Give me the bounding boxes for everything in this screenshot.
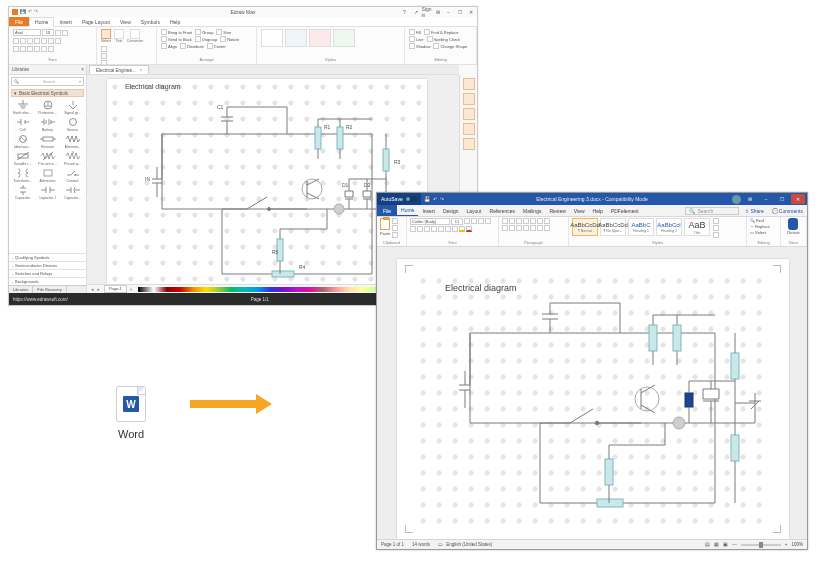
tab-pdfelement[interactable]: PDFelement [607, 205, 643, 216]
save-icon[interactable]: 💾 [424, 196, 430, 202]
style-preset[interactable] [309, 29, 331, 47]
fill-button[interactable]: Fill [409, 29, 421, 35]
tab-insert[interactable]: Insert [54, 17, 77, 26]
symbol-alternating[interactable]: Alternati... [61, 134, 84, 149]
view-read-icon[interactable]: ▤ [705, 542, 710, 547]
align-right-icon[interactable] [27, 46, 33, 52]
minimize-button[interactable]: – [759, 194, 773, 204]
redo-icon[interactable]: ↷ [34, 9, 38, 15]
tab-review[interactable]: Review [545, 205, 569, 216]
signin-link[interactable]: Sign in [422, 9, 431, 16]
dictate-button[interactable]: Dictate [787, 218, 799, 235]
show-marks-icon[interactable] [544, 218, 550, 224]
page-tab[interactable]: Page-1 [104, 285, 127, 293]
strike-icon[interactable] [34, 38, 40, 44]
italic-icon[interactable] [20, 38, 26, 44]
size-button[interactable]: Size [216, 29, 231, 35]
sort-icon[interactable] [537, 218, 543, 224]
tab-references[interactable]: References [486, 205, 520, 216]
copy-icon[interactable] [392, 225, 398, 231]
justify-icon[interactable] [523, 225, 529, 231]
symbol-attenuator[interactable]: Attenuator [36, 168, 59, 183]
line-tool-icon[interactable] [101, 46, 107, 52]
send-back-button[interactable]: Send to Back [161, 36, 192, 42]
numbering-icon[interactable] [48, 46, 54, 52]
symbol-resistor[interactable]: Resistor [36, 134, 59, 149]
style-title[interactable]: AaBTitle [684, 218, 710, 236]
prev-page-icon[interactable]: ◄ [90, 287, 94, 292]
underline-icon[interactable] [27, 38, 33, 44]
tab-libraries[interactable]: Libraries [9, 286, 33, 293]
word-page[interactable]: Electrical diagram [397, 259, 789, 539]
tab-help[interactable]: Help [165, 17, 185, 26]
highlight-icon[interactable] [459, 226, 465, 232]
share-icon[interactable]: ↗ [411, 9, 420, 16]
style-preset[interactable] [285, 29, 307, 47]
font-size-input[interactable]: 10 [42, 29, 54, 36]
paste-button[interactable]: Paste [380, 218, 390, 236]
style-preset[interactable] [261, 29, 283, 47]
zoom-level[interactable]: 100% [791, 542, 803, 547]
next-page-icon[interactable]: ► [96, 287, 100, 292]
redo-icon[interactable]: ↷ [440, 196, 444, 202]
text-tool[interactable] [114, 29, 124, 39]
font-size-input[interactable]: 11 [451, 218, 463, 225]
styles-down-icon[interactable] [713, 225, 719, 231]
library-search[interactable]: 🔍Search▾ [11, 77, 84, 86]
zoom-out-icon[interactable]: — [732, 542, 737, 547]
replace-button[interactable]: ↔Replace [750, 224, 770, 229]
cut-icon[interactable] [392, 218, 398, 224]
align-left-icon[interactable] [13, 46, 19, 52]
cat-qualifying[interactable]: Qualifying Symbols [9, 253, 86, 261]
change-case-icon[interactable] [478, 218, 484, 224]
view-print-icon[interactable]: ▦ [714, 542, 719, 547]
grow-font-icon[interactable] [464, 218, 470, 224]
bold-icon[interactable] [410, 226, 416, 232]
symbol-earth[interactable]: Earth elec... [11, 100, 34, 115]
distribute-button[interactable]: Distribute [180, 43, 204, 49]
symbol-cell[interactable]: Cell [11, 117, 34, 132]
tab-page-layout[interactable]: Page Layout [77, 17, 115, 26]
align-left-icon[interactable] [502, 225, 508, 231]
superscript-icon[interactable] [445, 226, 451, 232]
maximize-icon[interactable]: ⊞ [433, 9, 442, 16]
zoom-slider[interactable] [741, 544, 781, 546]
tab-file-recovery[interactable]: File Recovery [33, 286, 66, 293]
comments-button[interactable]: 💬Comments [768, 205, 807, 216]
ungroup-button[interactable]: Ungroup [195, 36, 217, 42]
symbol-signal-ground[interactable]: Signal gr... [61, 100, 84, 115]
font-name-input[interactable]: Calibri (Body) [410, 218, 450, 225]
restore-button[interactable]: ☐ [775, 194, 789, 204]
tab-insert[interactable]: Insert [418, 205, 439, 216]
cat-backgrounds[interactable]: Backgrounds [9, 277, 86, 285]
align-button[interactable]: Align [161, 43, 177, 49]
tab-mailings[interactable]: Mailings [519, 205, 545, 216]
select-button[interactable]: ▭Select [750, 230, 766, 235]
align-center-icon[interactable] [509, 225, 515, 231]
borders-icon[interactable] [544, 225, 550, 231]
align-right-icon[interactable] [516, 225, 522, 231]
style-heading-1[interactable]: AaBbCHeading 1 [628, 218, 654, 236]
font-color-icon[interactable] [466, 226, 472, 232]
format-layer-icon[interactable] [463, 138, 475, 150]
undo-icon[interactable]: ↶ [28, 9, 32, 15]
tab-home[interactable]: Home [29, 17, 54, 27]
undo-icon[interactable]: ↶ [433, 196, 437, 202]
highlight-icon[interactable] [48, 38, 54, 44]
share-button[interactable]: ⇪Share [741, 205, 767, 216]
font-name-input[interactable]: Arial [13, 29, 41, 36]
find-button[interactable]: 🔍Find [750, 218, 764, 223]
numbering-icon[interactable] [509, 218, 515, 224]
bold-icon[interactable] [13, 38, 19, 44]
tab-view[interactable]: View [570, 205, 589, 216]
status-page[interactable]: Page 1 of 1 [381, 542, 404, 547]
connector-tool[interactable] [130, 29, 140, 39]
dec-indent-icon[interactable] [523, 218, 529, 224]
bring-front-button[interactable]: Bring to Front [161, 29, 192, 35]
styles-up-icon[interactable] [713, 218, 719, 224]
tab-home[interactable]: Home [397, 205, 418, 216]
user-avatar[interactable] [732, 195, 741, 204]
styles-more-icon[interactable] [713, 232, 719, 238]
symbol-preset-r[interactable]: Pre-set re... [36, 151, 59, 166]
superscript-icon[interactable] [55, 38, 61, 44]
